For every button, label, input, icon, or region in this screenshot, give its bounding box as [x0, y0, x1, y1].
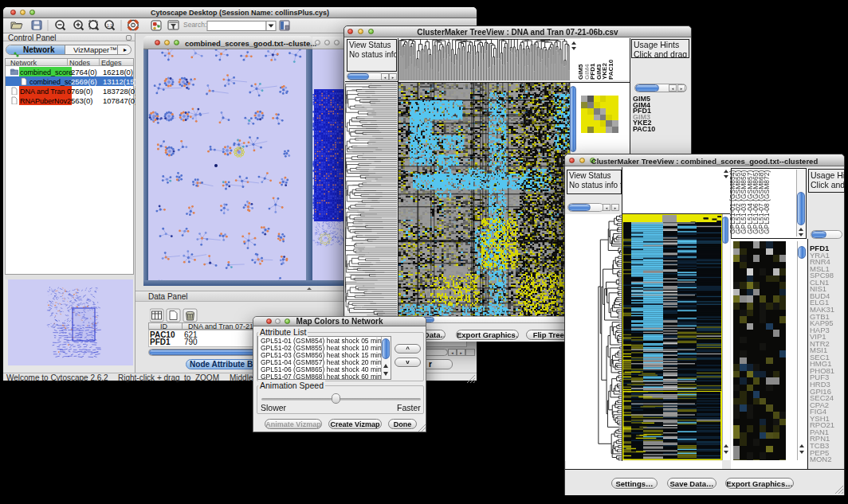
svg-text:1:1: 1:1 [107, 23, 112, 28]
svg-text:Search:: Search: [183, 21, 206, 29]
